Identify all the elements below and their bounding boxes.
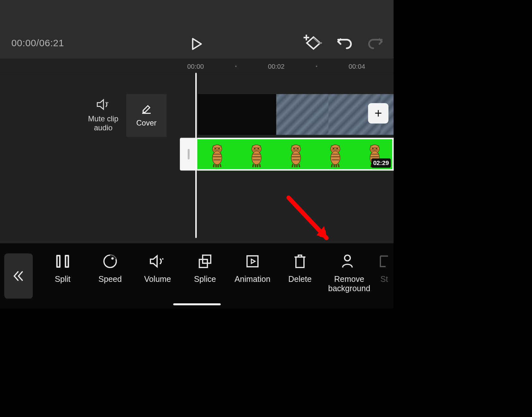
redo-icon [367, 36, 383, 49]
back-button[interactable] [4, 253, 33, 299]
tool-volume[interactable]: Volume [134, 254, 181, 284]
tool-label: Delete [288, 274, 312, 284]
splice-icon [198, 254, 213, 269]
video-editor: 00:00/06:21 [0, 0, 394, 308]
svg-point-6 [254, 148, 255, 149]
tool-bar: Split Speed [0, 243, 394, 309]
cover-label: Cover [136, 118, 156, 127]
ruler-dot [316, 65, 317, 67]
svg-point-2 [215, 148, 216, 149]
transport-right [303, 35, 384, 51]
svg-point-10 [293, 148, 294, 149]
trash-icon [293, 254, 307, 269]
tool-remove-background[interactable]: Remove background [324, 254, 375, 293]
home-indicator[interactable] [173, 303, 221, 305]
clip-thumbnail [322, 141, 348, 167]
main-video-track[interactable] [198, 94, 394, 135]
style-icon [378, 254, 390, 268]
tool-animation[interactable]: Animation [229, 254, 276, 284]
play-icon [191, 38, 202, 50]
tool-label: Remove background [324, 274, 375, 293]
ruler-tick: 00:02 [268, 63, 284, 70]
timeline[interactable]: Mute clip audio Cover + [0, 73, 394, 244]
playhead[interactable] [195, 73, 197, 238]
svg-point-3 [218, 148, 219, 149]
svg-rect-24 [247, 256, 258, 267]
svg-point-25 [344, 255, 350, 261]
add-media-button[interactable]: + [368, 103, 389, 124]
annotation-arrow [284, 195, 336, 248]
tool-label: St [380, 274, 388, 284]
clip-trim-handle-left[interactable] [180, 138, 198, 170]
undo-icon [337, 36, 352, 49]
undo-button[interactable] [337, 36, 352, 49]
play-button[interactable] [191, 38, 202, 50]
speaker-icon [96, 99, 110, 110]
clip-thumbnail [243, 141, 269, 167]
timeline-ruler[interactable]: 00:00 00:02 00:04 [0, 58, 394, 73]
chevron-double-left-icon [12, 270, 24, 282]
svg-point-19 [376, 148, 377, 149]
empty-segment [198, 94, 276, 135]
clip-thumbnail [283, 141, 309, 167]
time-position: 00:00/06:21 [12, 38, 64, 48]
svg-point-13 [331, 151, 340, 164]
svg-point-1 [212, 151, 222, 164]
tool-label: Speed [98, 274, 122, 284]
overlay-clip[interactable]: 02:29 [180, 138, 394, 170]
pencil-icon [141, 104, 152, 114]
svg-point-18 [372, 148, 373, 149]
clip-duration: 02:29 [371, 159, 391, 168]
svg-point-15 [337, 148, 338, 149]
tool-label: Animation [234, 274, 270, 284]
remove-background-icon [341, 254, 357, 269]
animation-icon [245, 254, 260, 269]
svg-point-11 [297, 148, 298, 149]
cover-button[interactable]: Cover [126, 94, 167, 137]
overlay-clip-body[interactable]: 02:29 [198, 138, 394, 170]
tool-split[interactable]: Split [39, 254, 86, 284]
volume-icon [149, 255, 166, 268]
speed-icon [103, 254, 118, 269]
mute-clip-audio-button[interactable]: Mute clip audio [83, 94, 123, 137]
svg-point-5 [252, 151, 261, 164]
tool-splice[interactable]: Splice [181, 254, 229, 284]
split-icon [55, 254, 70, 268]
mute-clip-audio-label: Mute clip audio [83, 115, 123, 132]
ruler-tick: 00:04 [349, 63, 365, 70]
ruler-tick: 00:00 [187, 63, 204, 70]
keyframe-add-button[interactable] [303, 35, 322, 51]
ruler-dot [235, 65, 236, 67]
transport-bar: 00:00/06:21 [0, 0, 394, 58]
tool-speed[interactable]: Speed [86, 254, 134, 284]
svg-point-7 [258, 148, 259, 149]
clip-thumbnail [204, 141, 230, 167]
tool-style[interactable]: St [375, 254, 393, 284]
plus-icon: + [375, 106, 382, 121]
svg-point-9 [291, 151, 300, 164]
tool-label: Splice [194, 274, 216, 284]
svg-point-14 [333, 148, 334, 149]
tool-delete[interactable]: Delete [276, 254, 324, 284]
clip-side-actions: Mute clip audio Cover [83, 94, 166, 137]
tool-label: Split [55, 274, 71, 284]
tool-label: Volume [144, 274, 171, 284]
tool-strip[interactable]: Split Speed [39, 243, 393, 309]
keyframe-add-icon [303, 35, 322, 51]
svg-point-21 [111, 257, 114, 259]
redo-button[interactable] [367, 36, 383, 49]
